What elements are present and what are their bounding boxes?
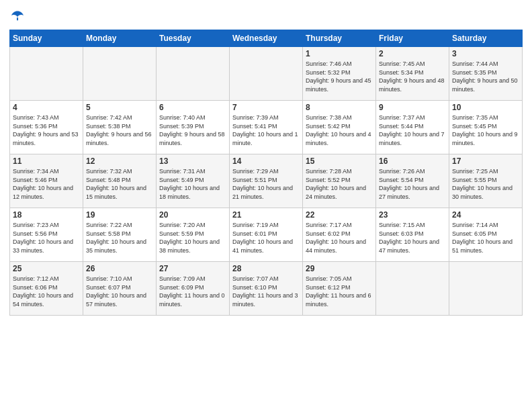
- day-info: Sunrise: 7:42 AM Sunset: 5:38 PM Dayligh…: [86, 113, 153, 147]
- day-number: 2: [379, 49, 446, 58]
- calendar-cell: 9Sunrise: 7:37 AM Sunset: 5:44 PM Daylig…: [376, 101, 449, 154]
- day-info: Sunrise: 7:37 AM Sunset: 5:44 PM Dayligh…: [379, 113, 446, 147]
- day-info: Sunrise: 7:22 AM Sunset: 5:58 PM Dayligh…: [86, 221, 153, 255]
- day-number: 12: [86, 156, 153, 166]
- day-info: Sunrise: 7:39 AM Sunset: 5:41 PM Dayligh…: [232, 113, 300, 147]
- column-header-tuesday: Tuesday: [157, 30, 230, 47]
- day-info: Sunrise: 7:07 AM Sunset: 6:10 PM Dayligh…: [232, 275, 300, 308]
- calendar-cell: 29Sunrise: 7:05 AM Sunset: 6:12 PM Dayli…: [303, 262, 376, 316]
- day-number: 10: [452, 103, 519, 112]
- week-row-3: 11Sunrise: 7:34 AM Sunset: 5:46 PM Dayli…: [10, 154, 523, 208]
- calendar-cell: 5Sunrise: 7:42 AM Sunset: 5:38 PM Daylig…: [83, 101, 157, 154]
- day-number: 9: [379, 103, 446, 112]
- day-info: Sunrise: 7:26 AM Sunset: 5:54 PM Dayligh…: [379, 167, 446, 201]
- calendar-cell: [10, 47, 83, 101]
- day-info: Sunrise: 7:14 AM Sunset: 6:05 PM Dayligh…: [452, 221, 519, 255]
- day-info: Sunrise: 7:23 AM Sunset: 5:56 PM Dayligh…: [13, 221, 80, 255]
- calendar-cell: 28Sunrise: 7:07 AM Sunset: 6:10 PM Dayli…: [230, 262, 303, 316]
- day-info: Sunrise: 7:45 AM Sunset: 5:34 PM Dayligh…: [379, 60, 446, 93]
- day-number: 18: [13, 210, 80, 220]
- day-number: 24: [452, 210, 519, 220]
- day-number: 1: [306, 49, 373, 58]
- day-info: Sunrise: 7:44 AM Sunset: 5:35 PM Dayligh…: [452, 60, 519, 93]
- calendar-cell: 8Sunrise: 7:38 AM Sunset: 5:42 PM Daylig…: [303, 101, 376, 154]
- day-number: 3: [452, 49, 519, 58]
- day-info: Sunrise: 7:43 AM Sunset: 5:36 PM Dayligh…: [13, 113, 80, 147]
- day-number: 28: [232, 264, 300, 273]
- day-info: Sunrise: 7:25 AM Sunset: 5:55 PM Dayligh…: [452, 167, 519, 201]
- calendar-cell: 4Sunrise: 7:43 AM Sunset: 5:36 PM Daylig…: [10, 101, 83, 154]
- calendar-cell: 11Sunrise: 7:34 AM Sunset: 5:46 PM Dayli…: [10, 154, 83, 208]
- day-info: Sunrise: 7:32 AM Sunset: 5:48 PM Dayligh…: [86, 167, 153, 201]
- calendar-cell: [230, 47, 303, 101]
- calendar-cell: 18Sunrise: 7:23 AM Sunset: 5:56 PM Dayli…: [10, 208, 83, 262]
- day-number: 26: [86, 264, 153, 273]
- week-row-4: 18Sunrise: 7:23 AM Sunset: 5:56 PM Dayli…: [10, 208, 523, 262]
- column-header-monday: Monday: [83, 30, 157, 47]
- day-number: 8: [306, 103, 373, 112]
- day-number: 16: [379, 156, 446, 166]
- calendar-cell: 26Sunrise: 7:10 AM Sunset: 6:07 PM Dayli…: [83, 262, 157, 316]
- day-info: Sunrise: 7:19 AM Sunset: 6:01 PM Dayligh…: [232, 221, 300, 255]
- day-number: 6: [159, 103, 226, 112]
- week-row-5: 25Sunrise: 7:12 AM Sunset: 6:06 PM Dayli…: [10, 262, 523, 316]
- day-number: 27: [159, 264, 226, 273]
- calendar-cell: 3Sunrise: 7:44 AM Sunset: 5:35 PM Daylig…: [449, 47, 523, 101]
- logo-bird-icon: [11, 9, 24, 23]
- day-info: Sunrise: 7:10 AM Sunset: 6:07 PM Dayligh…: [86, 275, 153, 308]
- calendar-cell: 14Sunrise: 7:29 AM Sunset: 5:51 PM Dayli…: [230, 154, 303, 208]
- day-info: Sunrise: 7:17 AM Sunset: 6:02 PM Dayligh…: [306, 221, 373, 255]
- day-info: Sunrise: 7:29 AM Sunset: 5:51 PM Dayligh…: [232, 167, 300, 201]
- calendar-table: SundayMondayTuesdayWednesdayThursdayFrid…: [9, 30, 523, 316]
- day-number: 25: [13, 264, 80, 273]
- column-header-saturday: Saturday: [449, 30, 523, 47]
- column-header-sunday: Sunday: [10, 30, 83, 47]
- calendar-cell: 20Sunrise: 7:20 AM Sunset: 5:59 PM Dayli…: [157, 208, 230, 262]
- calendar-cell: [83, 47, 157, 101]
- day-number: 22: [306, 210, 373, 220]
- day-info: Sunrise: 7:15 AM Sunset: 6:03 PM Dayligh…: [379, 221, 446, 255]
- calendar-cell: 7Sunrise: 7:39 AM Sunset: 5:41 PM Daylig…: [230, 101, 303, 154]
- column-header-thursday: Thursday: [303, 30, 376, 47]
- calendar-cell: 25Sunrise: 7:12 AM Sunset: 6:06 PM Dayli…: [10, 262, 83, 316]
- calendar-cell: 19Sunrise: 7:22 AM Sunset: 5:58 PM Dayli…: [83, 208, 157, 262]
- day-number: 15: [306, 156, 373, 166]
- calendar-cell: 16Sunrise: 7:26 AM Sunset: 5:54 PM Dayli…: [376, 154, 449, 208]
- calendar-cell: [376, 262, 449, 316]
- calendar-cell: 1Sunrise: 7:46 AM Sunset: 5:32 PM Daylig…: [303, 47, 376, 101]
- day-info: Sunrise: 7:12 AM Sunset: 6:06 PM Dayligh…: [13, 275, 80, 308]
- calendar-cell: [157, 47, 230, 101]
- week-row-2: 4Sunrise: 7:43 AM Sunset: 5:36 PM Daylig…: [10, 101, 523, 154]
- day-number: 21: [232, 210, 300, 220]
- day-info: Sunrise: 7:46 AM Sunset: 5:32 PM Dayligh…: [306, 60, 373, 93]
- calendar-cell: 13Sunrise: 7:31 AM Sunset: 5:49 PM Dayli…: [157, 154, 230, 208]
- calendar-cell: 22Sunrise: 7:17 AM Sunset: 6:02 PM Dayli…: [303, 208, 376, 262]
- calendar-cell: 12Sunrise: 7:32 AM Sunset: 5:48 PM Dayli…: [83, 154, 157, 208]
- calendar-cell: 15Sunrise: 7:28 AM Sunset: 5:52 PM Dayli…: [303, 154, 376, 208]
- calendar-cell: 27Sunrise: 7:09 AM Sunset: 6:09 PM Dayli…: [157, 262, 230, 316]
- day-info: Sunrise: 7:34 AM Sunset: 5:46 PM Dayligh…: [13, 167, 80, 201]
- day-number: 20: [159, 210, 226, 220]
- day-number: 4: [13, 103, 80, 112]
- day-info: Sunrise: 7:40 AM Sunset: 5:39 PM Dayligh…: [159, 113, 226, 147]
- day-number: 11: [13, 156, 80, 166]
- day-info: Sunrise: 7:05 AM Sunset: 6:12 PM Dayligh…: [306, 275, 373, 308]
- day-info: Sunrise: 7:20 AM Sunset: 5:59 PM Dayligh…: [159, 221, 226, 255]
- day-info: Sunrise: 7:09 AM Sunset: 6:09 PM Dayligh…: [159, 275, 226, 308]
- column-header-wednesday: Wednesday: [230, 30, 303, 47]
- calendar-cell: 17Sunrise: 7:25 AM Sunset: 5:55 PM Dayli…: [449, 154, 523, 208]
- day-number: 17: [452, 156, 519, 166]
- calendar-cell: [449, 262, 523, 316]
- day-info: Sunrise: 7:35 AM Sunset: 5:45 PM Dayligh…: [452, 113, 519, 147]
- day-number: 5: [86, 103, 153, 112]
- day-number: 29: [306, 264, 373, 273]
- day-info: Sunrise: 7:31 AM Sunset: 5:49 PM Dayligh…: [159, 167, 226, 201]
- day-info: Sunrise: 7:38 AM Sunset: 5:42 PM Dayligh…: [306, 113, 373, 147]
- calendar-cell: 24Sunrise: 7:14 AM Sunset: 6:05 PM Dayli…: [449, 208, 523, 262]
- day-number: 19: [86, 210, 153, 220]
- day-number: 14: [232, 156, 300, 166]
- calendar-cell: 21Sunrise: 7:19 AM Sunset: 6:01 PM Dayli…: [230, 208, 303, 262]
- day-info: Sunrise: 7:28 AM Sunset: 5:52 PM Dayligh…: [306, 167, 373, 201]
- day-number: 13: [159, 156, 226, 166]
- calendar-cell: 23Sunrise: 7:15 AM Sunset: 6:03 PM Dayli…: [376, 208, 449, 262]
